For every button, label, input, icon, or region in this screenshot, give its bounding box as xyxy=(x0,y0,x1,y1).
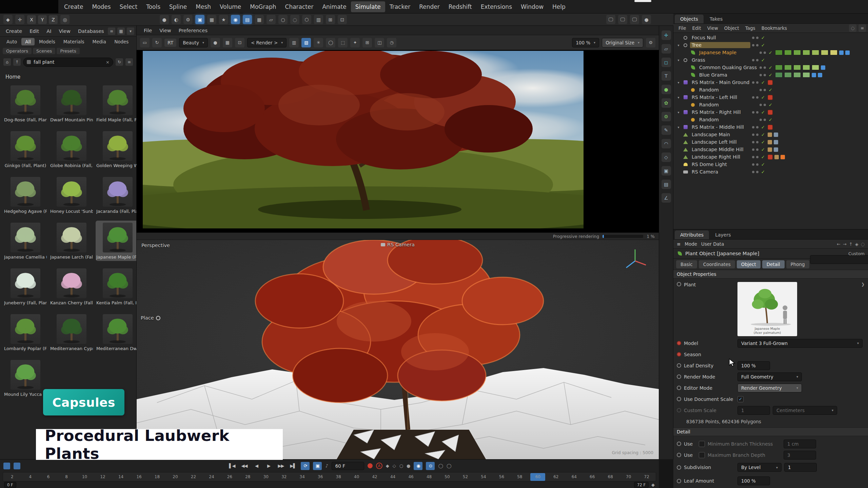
move-axis-icon[interactable]: ✛ xyxy=(662,30,671,40)
object-row-blue-grama[interactable]: Blue Grama✓ xyxy=(673,71,868,79)
expand-toggle[interactable]: ▾ xyxy=(676,110,681,114)
sound-toggle-icon[interactable]: ♪ xyxy=(325,463,328,468)
expand-toggle[interactable]: ▾ xyxy=(676,96,681,99)
leaf-amount-field[interactable]: 100 % xyxy=(737,476,770,485)
object-row-rs-matrix-middle-hill[interactable]: ▾RS Matrix - Middle Hill✓ xyxy=(673,123,868,131)
viewport-menu-preferences[interactable]: Preferences xyxy=(175,28,211,33)
filter-media[interactable]: Media xyxy=(89,38,110,45)
editor-visibility-dot[interactable] xyxy=(760,119,762,121)
quantize-toggle-icon[interactable]: ▤ xyxy=(243,15,252,24)
camera-label[interactable]: RS Camera xyxy=(381,242,415,247)
view-list-icon[interactable]: ≡ xyxy=(108,27,115,35)
size-select[interactable]: Original Size▾ xyxy=(602,38,643,47)
expand-toggle[interactable]: ▾ xyxy=(676,125,681,129)
subfilter-scenes[interactable]: Scenes xyxy=(33,48,55,54)
frame-tick-36[interactable]: 36 xyxy=(311,472,329,481)
render-visibility-dot[interactable] xyxy=(756,141,758,143)
simulation-settings-icon[interactable]: ▦ xyxy=(207,15,216,24)
keyframe-dot[interactable] xyxy=(677,397,681,401)
frame-tick-58[interactable]: 58 xyxy=(511,472,529,481)
menu-help[interactable]: Help xyxy=(548,1,570,12)
asset-item-kentia-palm-fall-plant[interactable]: Kentia Palm (Fall, Plant) xyxy=(96,266,136,307)
frame-tick-40[interactable]: 40 xyxy=(348,472,366,481)
editor-visibility-dot[interactable] xyxy=(752,126,754,128)
frame-tick-22[interactable]: 22 xyxy=(184,472,202,481)
material-swatch[interactable] xyxy=(775,72,783,78)
restart-render-icon[interactable]: ↻ xyxy=(152,38,162,47)
asset-item-kanzan-cherry-fall-pl[interactable]: Kanzan Cherry (Fall, Pl... xyxy=(50,266,94,307)
keyframe-parameter-icon[interactable]: ● xyxy=(407,463,410,468)
render-visibility-dot[interactable] xyxy=(756,37,758,39)
asset-item-honey-locust-sunbur[interactable]: Honey Locust 'Sunbur... xyxy=(50,175,94,215)
frame-tick-28[interactable]: 28 xyxy=(239,472,257,481)
menu-tracker[interactable]: Tracker xyxy=(385,1,415,12)
range-key-icon[interactable]: ◆ xyxy=(651,482,655,487)
mode-menu[interactable]: Mode xyxy=(685,241,697,247)
tag-icon[interactable] xyxy=(839,50,844,55)
tag-icon[interactable] xyxy=(768,147,772,152)
enabled-check[interactable]: ✓ xyxy=(768,117,773,122)
autokey-button[interactable]: A xyxy=(376,463,382,469)
asset-item-mediterranean-cypres[interactable]: Mediterranean Cypres... xyxy=(50,312,94,352)
search-field[interactable]: × xyxy=(23,58,113,67)
object-row-rs-camera[interactable]: RS Camera✓ xyxy=(673,168,868,176)
attributes-tab-attributes[interactable]: Attributes xyxy=(675,230,709,239)
section-tab-basic[interactable]: Basic xyxy=(676,260,697,268)
next-frame-button[interactable]: ▶▶ xyxy=(276,462,285,470)
max-branch-use-checkbox[interactable] xyxy=(699,452,705,458)
editor-mode-select[interactable]: Render Geometry▾ xyxy=(737,384,802,392)
keyframe-dot[interactable] xyxy=(677,442,681,446)
editor-visibility-dot[interactable] xyxy=(760,104,762,106)
objects-menu-view[interactable]: View xyxy=(704,25,721,31)
enabled-check[interactable]: ✓ xyxy=(768,87,773,93)
frame-tick-54[interactable]: 54 xyxy=(474,472,492,481)
material-swatch[interactable] xyxy=(793,65,801,70)
expand-toggle[interactable]: ▾ xyxy=(676,58,681,62)
render-visibility-dot[interactable] xyxy=(756,44,758,46)
menu-render[interactable]: Render xyxy=(415,1,444,12)
menu-select[interactable]: Select xyxy=(115,1,142,12)
tag-icon[interactable] xyxy=(781,155,785,159)
use-document-scale-checkbox[interactable]: ✓ xyxy=(737,396,744,402)
editor-visibility-dot[interactable] xyxy=(752,148,754,151)
menu-extensions[interactable]: Extensions xyxy=(476,1,516,12)
enabled-check[interactable]: ✓ xyxy=(768,50,773,55)
frame-tick-6[interactable]: 6 xyxy=(39,472,57,481)
object-row-rs-matrix-main-ground[interactable]: ▾RS Matrix - Main Ground✓ xyxy=(673,79,868,86)
grid-snap-icon[interactable]: ▦ xyxy=(255,15,264,24)
render-view-icon[interactable]: ● xyxy=(160,15,169,24)
tag-icon[interactable] xyxy=(845,50,850,55)
filter-materials[interactable]: Materials xyxy=(60,38,88,45)
menu-volume[interactable]: Volume xyxy=(215,1,245,12)
frame-tick-66[interactable]: 66 xyxy=(583,472,601,481)
filter-all[interactable]: All xyxy=(21,38,35,45)
object-row-japanese-maple[interactable]: Japanese Maple✓ xyxy=(673,49,868,56)
asset-item-japanese-larch-fall[interactable]: Japanese Larch (Fall, ... xyxy=(50,221,94,261)
modeling-axis-icon[interactable]: ○ xyxy=(278,15,288,24)
enabled-check[interactable]: ✓ xyxy=(760,95,766,100)
render-picture-viewer-icon[interactable]: ◐ xyxy=(172,15,181,24)
spline-pen-icon[interactable]: ✎ xyxy=(662,125,671,135)
history-icon[interactable]: ◷ xyxy=(387,38,396,47)
burger-icon[interactable]: ≡ xyxy=(677,241,680,247)
redshift-material-icon[interactable] xyxy=(768,110,773,115)
object-properties-header[interactable]: Object Properties xyxy=(673,270,868,279)
object-row-landscape-middle-hill[interactable]: Landscape Middle Hill✓ xyxy=(673,146,868,153)
asset-item-japanese-camellia-fal[interactable]: Japanese Camellia (Fal... xyxy=(3,221,47,261)
viewport-menu-view[interactable]: View xyxy=(156,28,175,33)
render-viewport[interactable] xyxy=(137,50,659,232)
frame-tick-18[interactable]: 18 xyxy=(148,472,166,481)
frame-tick-2[interactable]: 2 xyxy=(3,472,21,481)
menu-character[interactable]: Character xyxy=(281,1,318,12)
menu-tools[interactable]: Tools xyxy=(142,1,165,12)
editor-visibility-dot[interactable] xyxy=(752,141,754,143)
material-swatch[interactable] xyxy=(830,50,837,55)
material-swatch[interactable] xyxy=(812,65,819,70)
objects-menu-bookmarks[interactable]: Bookmarks xyxy=(758,25,790,31)
render-visibility-dot[interactable] xyxy=(756,156,758,158)
cube-icon[interactable]: ◻ xyxy=(662,58,671,67)
frame-tick-26[interactable]: 26 xyxy=(221,472,239,481)
keyframe-dot[interactable] xyxy=(677,374,681,379)
expand-toggle[interactable]: ▾ xyxy=(676,43,681,47)
assetbrowser-menu-view[interactable]: View xyxy=(55,28,74,34)
